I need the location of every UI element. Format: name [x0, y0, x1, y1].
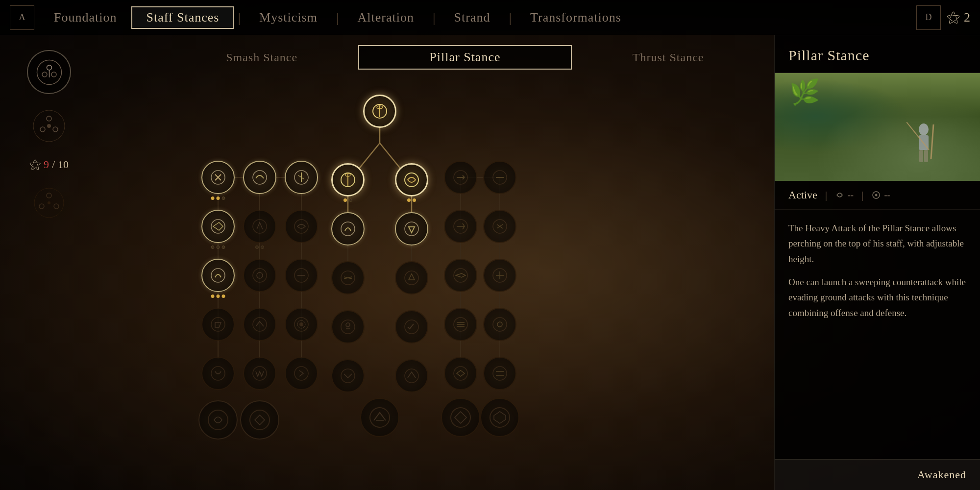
- navbar: A Foundation Staff Stances | Mysticism |…: [0, 0, 980, 35]
- svg-point-49: [253, 367, 267, 380]
- node-pillar-top[interactable]: [363, 95, 396, 128]
- node-pillar-l3[interactable]: [331, 261, 365, 294]
- svg-point-52: [250, 410, 270, 430]
- tab-strand[interactable]: Strand: [440, 6, 505, 29]
- svg-point-1: [47, 65, 51, 70]
- nav-sep-4: |: [505, 10, 515, 25]
- svg-point-12: [39, 204, 44, 209]
- svg-point-88: [451, 408, 470, 427]
- node-t1-2[interactable]: [483, 161, 516, 194]
- node-pillar-r3[interactable]: [395, 261, 428, 294]
- main-content: ⚝ 9 / 10 Smash Stance Pillar Stance Thru…: [0, 35, 980, 490]
- status-moon-val: --: [835, 190, 854, 200]
- svg-rect-95: [924, 150, 928, 162]
- svg-rect-94: [919, 150, 923, 162]
- node-t5-2[interactable]: [483, 357, 516, 390]
- svg-point-40: [257, 272, 263, 278]
- tab-staff-stances[interactable]: Staff Stances: [131, 6, 234, 29]
- tab-mysticism[interactable]: Mysticism: [245, 6, 332, 29]
- node-s1-2[interactable]: [243, 161, 276, 194]
- skill-current: 9: [44, 158, 49, 171]
- tab-alteration[interactable]: Alteration: [343, 6, 428, 29]
- node-s3-3[interactable]: [285, 259, 318, 292]
- thrust-stance-header[interactable]: Thrust Stance: [572, 51, 764, 64]
- svg-point-2: [42, 72, 47, 77]
- left-badge-2: [27, 181, 71, 225]
- node-tbadge-1[interactable]: [441, 398, 480, 437]
- node-s5-2[interactable]: [243, 357, 276, 390]
- node-s3-2[interactable]: [243, 259, 276, 292]
- currency-display: ⚝ 2: [947, 9, 970, 25]
- node-s1-1[interactable]: [201, 161, 235, 194]
- node-pillar-r2[interactable]: [395, 212, 428, 245]
- svg-point-3: [51, 72, 56, 77]
- node-t4-1[interactable]: [444, 308, 477, 341]
- svg-point-70: [370, 408, 390, 427]
- tree-container: [108, 84, 764, 452]
- node-s5-1[interactable]: [201, 357, 235, 390]
- node-s3-1[interactable]: [201, 259, 235, 292]
- node-pillar-l5[interactable]: [331, 359, 365, 392]
- svg-point-9: [47, 124, 51, 128]
- detail-status-bar: Active | -- | --: [775, 181, 980, 210]
- svg-point-85: [493, 367, 507, 380]
- node-s2-1[interactable]: [201, 210, 235, 243]
- pillar-stance-header[interactable]: Pillar Stance: [358, 45, 572, 70]
- scene-character: [906, 122, 941, 171]
- svg-point-48: [211, 367, 225, 380]
- detail-footer: Awakened: [775, 459, 980, 490]
- node-t3-1[interactable]: [444, 259, 477, 292]
- svg-point-83: [497, 322, 502, 327]
- node-pillar-l2[interactable]: [331, 212, 365, 245]
- smash-stance-header[interactable]: Smash Stance: [166, 51, 358, 64]
- svg-point-13: [54, 204, 59, 209]
- node-t3-2[interactable]: [483, 259, 516, 292]
- svg-point-65: [346, 323, 350, 327]
- nav-left-icon-label: A: [19, 12, 25, 23]
- detail-description: The Heavy Attack of the Pillar Stance al…: [775, 210, 980, 459]
- node-pillar-badge[interactable]: [360, 398, 399, 437]
- node-pillar-l4[interactable]: [331, 310, 365, 343]
- node-pillar-r5[interactable]: [395, 359, 428, 392]
- svg-line-92: [931, 124, 933, 159]
- nav-right-button[interactable]: D: [916, 5, 941, 30]
- tab-foundation[interactable]: Foundation: [39, 6, 131, 29]
- svg-point-82: [493, 318, 507, 331]
- svg-point-69: [405, 369, 418, 383]
- node-s4-1[interactable]: [201, 308, 235, 341]
- node-s4-2[interactable]: [243, 308, 276, 341]
- node-t5-1[interactable]: [444, 357, 477, 390]
- detail-panel: Pillar Stance 🌿 Active: [774, 35, 980, 490]
- node-t2-2[interactable]: [483, 210, 516, 243]
- avatar: [27, 50, 71, 94]
- tab-transformations[interactable]: Transformations: [515, 6, 636, 29]
- node-pillar-r1[interactable]: [395, 163, 428, 196]
- node-pillar-l1[interactable]: [331, 163, 365, 196]
- detail-image: 🌿: [775, 73, 980, 181]
- svg-point-38: [211, 269, 225, 282]
- svg-point-46: [299, 322, 303, 326]
- node-t4-2[interactable]: [483, 308, 516, 341]
- node-sbadge-1[interactable]: [198, 400, 238, 440]
- svg-point-84: [454, 367, 467, 380]
- currency-value: 2: [964, 10, 970, 25]
- node-s1-3[interactable]: [285, 161, 318, 194]
- node-s2-2[interactable]: [243, 210, 276, 243]
- svg-point-6: [47, 116, 51, 121]
- svg-point-51: [208, 410, 228, 430]
- node-s2-3[interactable]: [285, 210, 318, 243]
- node-s4-3[interactable]: [285, 308, 318, 341]
- node-pillar-r4[interactable]: [395, 310, 428, 343]
- node-sbadge-2[interactable]: [240, 400, 279, 440]
- node-t2-1[interactable]: [444, 210, 477, 243]
- status-active-label: Active: [788, 189, 817, 201]
- detail-desc-1: The Heavy Attack of the Pillar Stance al…: [788, 220, 966, 267]
- node-t1-1[interactable]: [444, 161, 477, 194]
- node-tbadge-2[interactable]: [480, 398, 519, 437]
- nav-left-button[interactable]: A: [10, 5, 34, 30]
- detail-title: Pillar Stance: [775, 35, 980, 73]
- skill-counter-icon: ⚝: [29, 158, 41, 171]
- node-s5-3[interactable]: [285, 357, 318, 390]
- svg-point-31: [253, 171, 267, 184]
- skill-tree: Smash Stance Pillar Stance Thrust Stance: [98, 35, 774, 490]
